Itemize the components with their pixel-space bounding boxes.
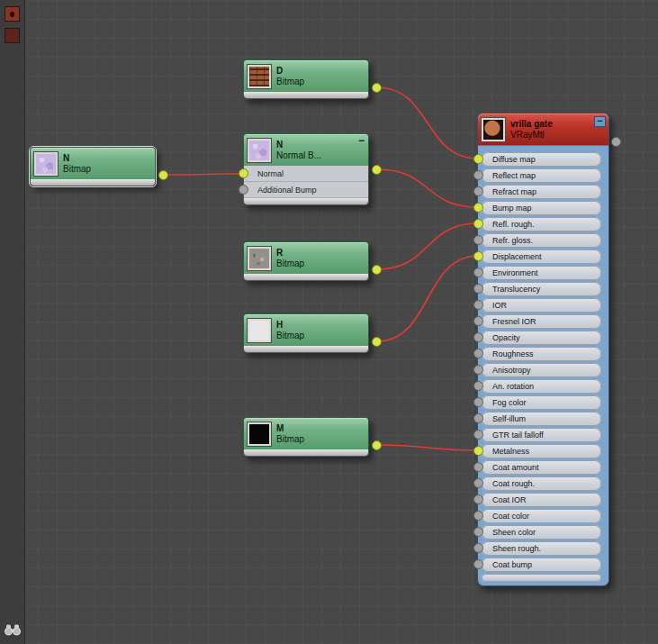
material-input-slot[interactable]: An. rotation xyxy=(482,379,601,394)
material-input-label: Metalness xyxy=(492,447,529,456)
material-input-slot[interactable]: Fog color xyxy=(482,395,601,410)
input-socket[interactable] xyxy=(473,219,483,229)
input-socket[interactable] xyxy=(473,268,483,277)
node-header[interactable]: M Bitmap xyxy=(243,417,369,449)
output-socket[interactable] xyxy=(372,165,382,175)
output-socket[interactable] xyxy=(372,337,382,347)
node-header[interactable]: N Bitmap xyxy=(30,147,156,179)
material-input-slot[interactable]: Displacement xyxy=(482,249,601,264)
node-type-label: Bitmap xyxy=(276,331,304,341)
bitmap-thumbnail xyxy=(248,247,271,270)
material-input-slot[interactable]: Refl. rough. xyxy=(482,217,601,231)
material-input-slot[interactable]: Coat color xyxy=(482,509,601,523)
input-socket[interactable] xyxy=(473,154,483,164)
material-input-slot[interactable]: Coat IOR xyxy=(482,493,601,507)
output-socket[interactable] xyxy=(372,265,382,275)
node-bitmap-m[interactable]: M Bitmap xyxy=(243,417,369,457)
node-header[interactable]: D Bitmap xyxy=(243,59,369,92)
input-socket[interactable] xyxy=(473,446,483,456)
material-input-slot[interactable]: Refr. gloss. xyxy=(482,233,601,248)
input-socket[interactable] xyxy=(473,381,483,391)
input-socket[interactable] xyxy=(473,543,483,553)
input-socket[interactable] xyxy=(239,168,248,178)
material-input-slot[interactable]: Refract map xyxy=(482,185,601,199)
material-input-label: Fresnel IOR xyxy=(492,317,536,326)
input-socket[interactable] xyxy=(473,462,483,472)
material-input-slot[interactable]: Roughness xyxy=(482,347,601,361)
input-socket[interactable] xyxy=(473,494,483,504)
material-input-slot[interactable]: GTR tail falloff xyxy=(482,428,601,442)
material-input-slot[interactable]: Opacity xyxy=(482,331,601,345)
material-input-slot[interactable]: Additional Bump xyxy=(244,182,368,198)
minimize-dash-icon[interactable]: − xyxy=(594,116,606,127)
input-socket[interactable] xyxy=(473,170,483,180)
slate-material-editor-canvas[interactable]: { "ui": { "colors": { "background": "#48… xyxy=(0,0,658,644)
material-input-label: Opacity xyxy=(492,333,520,342)
input-socket[interactable] xyxy=(473,397,483,407)
input-socket[interactable] xyxy=(473,559,483,569)
input-socket[interactable] xyxy=(473,527,483,537)
output-socket[interactable] xyxy=(372,440,382,450)
material-input-slot[interactable]: Coat bump xyxy=(482,558,601,572)
material-input-slot[interactable]: Reflect map xyxy=(482,168,601,183)
material-input-slot[interactable]: Coat rough. xyxy=(482,476,601,491)
node-header[interactable]: vrilla gate VRayMtl − xyxy=(478,113,608,146)
material-input-slot[interactable]: Sheen rough. xyxy=(482,541,601,556)
node-type-label: Bitmap xyxy=(276,259,304,269)
material-input-slot[interactable]: Normal xyxy=(244,166,368,182)
material-input-slot[interactable]: Translucency xyxy=(482,282,601,296)
input-socket[interactable] xyxy=(239,185,248,195)
node-vraymtl[interactable]: vrilla gate VRayMtl − Diffuse mapReflect… xyxy=(477,113,609,586)
material-input-label: Sheen color xyxy=(492,528,536,537)
node-header[interactable]: R Bitmap xyxy=(243,241,369,274)
output-socket[interactable] xyxy=(158,170,168,180)
node-footer xyxy=(243,92,369,99)
minimize-dash-icon[interactable]: − xyxy=(358,134,365,147)
material-input-label: Additional Bump xyxy=(257,186,317,195)
node-title: D xyxy=(276,66,304,77)
input-socket[interactable] xyxy=(473,511,483,521)
toolbar-darkred-icon[interactable] xyxy=(5,28,20,43)
output-socket[interactable] xyxy=(611,137,621,147)
input-socket[interactable] xyxy=(473,235,483,245)
node-type-label: VRayMtl xyxy=(510,130,553,141)
material-input-slot[interactable]: Fresnel IOR xyxy=(482,314,601,329)
input-socket[interactable] xyxy=(473,300,483,310)
input-socket[interactable] xyxy=(473,430,483,440)
material-input-slot[interactable]: Metalness xyxy=(482,444,601,458)
material-input-slot[interactable]: Environment xyxy=(482,266,601,280)
node-header[interactable]: N Normal B... − xyxy=(243,133,369,166)
node-type-label: Normal B... xyxy=(276,150,321,161)
input-socket[interactable] xyxy=(473,316,483,326)
input-socket[interactable] xyxy=(473,349,483,358)
output-socket[interactable] xyxy=(372,83,382,93)
material-input-slot[interactable]: Coat amount xyxy=(482,460,601,475)
binoculars-icon[interactable] xyxy=(4,623,22,639)
node-bitmap-n[interactable]: N Bitmap xyxy=(30,147,156,186)
material-input-slot[interactable]: Anisotropy xyxy=(482,363,601,377)
node-bitmap-r[interactable]: R Bitmap xyxy=(243,241,369,281)
node-normal-bump[interactable]: N Normal B... − NormalAdditional Bump xyxy=(243,133,369,205)
normal-bump-slots: NormalAdditional Bump xyxy=(243,166,369,198)
input-socket[interactable] xyxy=(473,365,483,375)
material-input-slot[interactable]: Diffuse map xyxy=(482,152,601,167)
node-type-label: Bitmap xyxy=(276,77,304,87)
material-input-label: Environment xyxy=(492,268,538,277)
material-input-slot[interactable]: IOR xyxy=(482,298,601,313)
node-header[interactable]: H Bitmap xyxy=(243,313,369,346)
node-title: vrilla gate xyxy=(510,119,553,130)
node-type-label: Bitmap xyxy=(63,164,91,175)
material-input-slot[interactable]: Bump map xyxy=(482,201,601,215)
material-input-slot[interactable]: Sheen color xyxy=(482,525,601,540)
node-bitmap-h[interactable]: H Bitmap xyxy=(243,313,369,353)
input-socket[interactable] xyxy=(473,332,483,342)
input-socket[interactable] xyxy=(473,478,483,488)
input-socket[interactable] xyxy=(473,203,483,213)
input-socket[interactable] xyxy=(473,186,483,196)
material-input-slot[interactable]: Self-illum xyxy=(482,412,601,426)
input-socket[interactable] xyxy=(473,251,483,261)
input-socket[interactable] xyxy=(473,284,483,294)
toolbar-red-icon[interactable] xyxy=(5,6,20,22)
node-bitmap-d[interactable]: D Bitmap xyxy=(243,59,369,99)
input-socket[interactable] xyxy=(473,413,483,423)
